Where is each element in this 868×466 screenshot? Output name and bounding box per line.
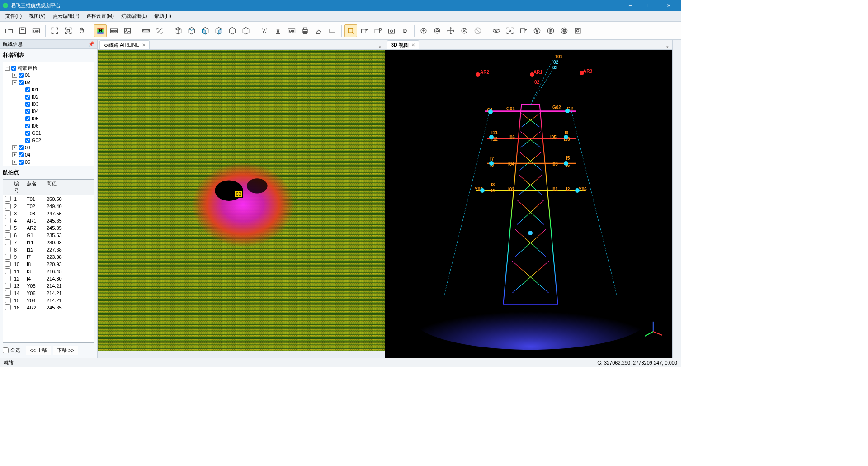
letter-d-icon[interactable]: D (399, 24, 411, 37)
print-icon[interactable] (299, 24, 311, 37)
tree-check[interactable] (25, 87, 30, 92)
tree-leaf[interactable]: I02 (32, 94, 38, 100)
table-row[interactable]: 1T01250.50 (3, 195, 94, 203)
menu-file[interactable]: 文件(F) (3, 12, 24, 20)
minimize-button[interactable]: ─ (621, 0, 640, 11)
color-height-icon[interactable]: H (94, 24, 107, 37)
table-row[interactable]: 2T02249.40 (3, 203, 94, 210)
row-check[interactable] (5, 304, 11, 310)
tree-leaf[interactable]: I05 (32, 116, 38, 121)
waypoint-dot[interactable] (480, 188, 485, 193)
points-table-body[interactable]: 1T01250.502T02249.403T03247.554AR1245.85… (3, 195, 94, 343)
fit-extent-icon[interactable] (48, 24, 61, 37)
waypoint-dot[interactable] (528, 231, 533, 235)
classify-icon[interactable] (258, 24, 271, 37)
waypoint-dot[interactable] (565, 109, 570, 113)
row-check[interactable] (5, 254, 11, 260)
tree-check[interactable] (25, 131, 30, 136)
target-remove-icon[interactable] (458, 24, 471, 37)
row-check[interactable] (5, 290, 11, 296)
tree-node-01[interactable]: 01 (25, 72, 30, 78)
box-add-icon[interactable] (517, 24, 530, 37)
close-tab-icon[interactable]: ✕ (411, 43, 415, 48)
waypoint-dot[interactable] (488, 109, 493, 114)
airline-canvas[interactable]: 02 (98, 50, 385, 351)
select-all-checkbox[interactable]: 全选 (3, 347, 20, 354)
tab-dropdown-icon[interactable]: ▾ (665, 45, 670, 49)
tree-check[interactable] (25, 95, 30, 100)
point-AR2[interactable] (476, 72, 480, 77)
waypoint-dot[interactable] (564, 161, 568, 166)
expand-icon[interactable]: − (5, 66, 10, 71)
row-check[interactable] (5, 210, 11, 216)
menu-help[interactable]: 帮助(H) (151, 12, 174, 20)
point-AR1[interactable] (530, 72, 534, 77)
open-icon[interactable] (3, 24, 15, 37)
fit-selection-icon[interactable] (62, 24, 75, 37)
tree-check[interactable] (19, 152, 24, 157)
row-check[interactable] (5, 218, 11, 223)
add-waypoint-icon[interactable] (358, 24, 371, 37)
tab-3d-view[interactable]: 3D 视图✕ (387, 40, 419, 49)
move-up-button[interactable]: << 上移 (26, 346, 51, 355)
tree-check[interactable] (19, 145, 24, 150)
table-row[interactable]: 14Y06214.21 (3, 290, 94, 297)
close-button[interactable]: ✕ (659, 0, 678, 11)
col-elev[interactable]: 高程 (45, 180, 71, 195)
menu-view[interactable]: 视图(V) (26, 12, 48, 20)
3d-canvas[interactable]: T01 02 03 AR2 AR1 AR3 02 G1 G01 G02 G2 I… (385, 50, 672, 358)
forbid-icon[interactable] (472, 24, 484, 37)
table-row[interactable]: 4AR1245.85 (3, 217, 94, 224)
tree-leaf[interactable]: G01 (32, 130, 41, 136)
table-row[interactable]: 9I7223.08 (3, 253, 94, 261)
row-check[interactable] (5, 196, 11, 202)
measure-length-icon[interactable] (140, 24, 152, 37)
menu-inspection[interactable]: 巡检设置(M) (84, 12, 117, 20)
image-icon[interactable] (121, 24, 134, 37)
rect-icon[interactable] (326, 24, 339, 37)
label-icon[interactable]: LAB (285, 24, 298, 37)
expand-icon[interactable]: + (12, 160, 17, 165)
edit-waypoint-icon[interactable] (372, 24, 384, 37)
right-dock-strip[interactable] (673, 40, 681, 358)
camera-icon[interactable] (385, 24, 398, 37)
color-rgb-icon[interactable]: RGB (108, 24, 120, 37)
tree-check[interactable] (19, 80, 24, 85)
expand-icon[interactable]: + (12, 152, 17, 157)
tree-leaf[interactable]: I04 (32, 109, 38, 114)
tower-tree[interactable]: −精细巡检 +01 −02 I01I02I03I04I05I06G01G02 +… (3, 62, 94, 166)
tree-check[interactable] (25, 124, 30, 128)
table-row[interactable]: 10I8220.93 (3, 261, 94, 268)
table-row[interactable]: 11I3216.45 (3, 268, 94, 275)
letter-f-icon[interactable]: F (544, 24, 557, 37)
row-check[interactable] (5, 225, 11, 231)
table-row[interactable]: 13Y05214.21 (3, 282, 94, 290)
settings2-icon[interactable] (571, 24, 584, 37)
row-check[interactable] (5, 247, 11, 252)
row-check[interactable] (5, 203, 11, 209)
tree-leaf[interactable]: G02 (32, 138, 41, 143)
table-row[interactable]: 7I11230.03 (3, 239, 94, 246)
tree-leaf[interactable]: I03 (32, 101, 38, 107)
letter-v-icon[interactable]: V (531, 24, 543, 37)
view-right-icon[interactable] (240, 24, 252, 37)
tree-node-05[interactable]: 05 (25, 159, 30, 165)
save-icon[interactable] (16, 24, 29, 37)
select-box-icon[interactable] (344, 24, 357, 37)
horizontal-scrollbar[interactable] (98, 351, 385, 358)
tab-dropdown-icon[interactable]: ▾ (377, 45, 383, 49)
menu-route[interactable]: 航线编辑(L) (118, 12, 150, 20)
table-row[interactable]: 16AR2245.85 (3, 304, 94, 311)
tree-check[interactable] (25, 138, 30, 143)
measure-area-icon[interactable] (153, 24, 166, 37)
erase-icon[interactable] (312, 24, 325, 37)
view-top-icon[interactable] (185, 24, 198, 37)
point-AR3[interactable] (580, 71, 584, 75)
row-check[interactable] (5, 239, 11, 245)
row-check[interactable] (5, 276, 11, 281)
row-check[interactable] (5, 268, 11, 274)
menu-pointcloud[interactable]: 点云编辑(P) (50, 12, 82, 20)
tab-airline[interactable]: xx线路.AIRLINE✕ (99, 40, 150, 49)
table-row[interactable]: 5AR2245.85 (3, 224, 94, 232)
close-tab-icon[interactable]: ✕ (142, 43, 146, 48)
